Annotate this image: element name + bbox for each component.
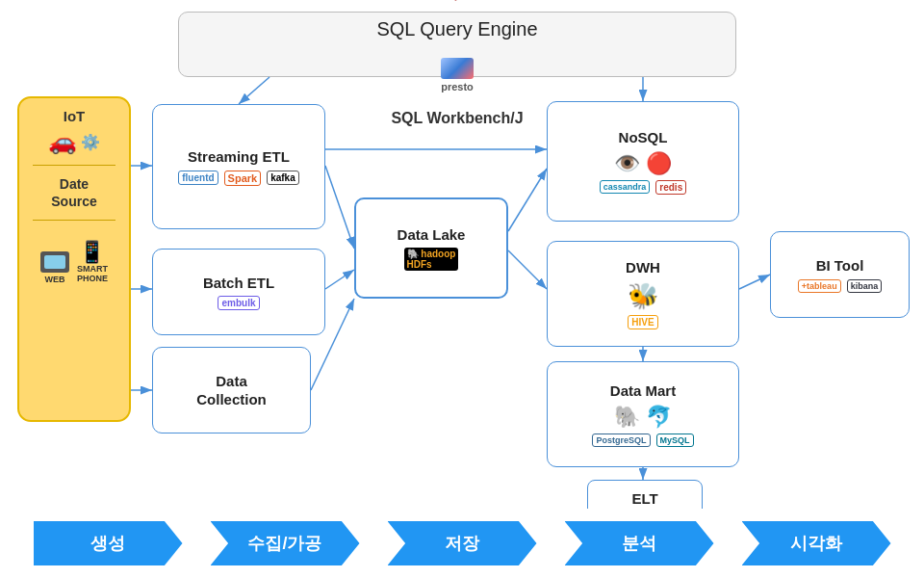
divider <box>33 165 116 166</box>
presto-logo-icon <box>441 58 474 79</box>
tableau-logo: +tableau <box>798 279 841 293</box>
arrow-shape-2: 수집/가공 <box>211 521 360 565</box>
data-lake-logos: 🐘 hadoopHDFs <box>404 248 459 271</box>
mysql-logo: MySQL <box>656 434 694 447</box>
nosql-label: NoSQL <box>619 128 668 147</box>
web-block: WEB <box>40 251 69 284</box>
arrow-shape-3: 저장 <box>388 521 537 565</box>
streaming-to-lake-arrow <box>325 166 354 249</box>
streaming-etl-box: Streaming ETL fluentd Spark kafka <box>152 104 325 229</box>
kibana-logo: kibana <box>847 279 883 293</box>
postgres-icon: 🐘 <box>614 405 640 430</box>
nosql-logos: 👁️ 🔴 <box>614 151 672 176</box>
datamart-logos: 🐘 🐬 <box>614 405 672 430</box>
dwh-box: DWH 🐝 HIVE <box>547 241 739 347</box>
streaming-etl-label: Streaming ETL <box>188 147 290 167</box>
cassandra-logo: cassandra <box>600 180 651 194</box>
arrow-shape-5: 시각화 <box>742 521 891 565</box>
redis-icon: 🔴 <box>646 151 672 176</box>
iot-icons: 🚗 ⚙️ <box>48 128 100 155</box>
workbench-label: SQL Workbench/J <box>391 110 523 127</box>
hadoop-logo: 🐘 hadoopHDFs <box>404 248 459 271</box>
diagram-area: 🚀 SQL Query Engine presto SQL Workbench/… <box>0 0 924 501</box>
dwh-logos: 🐝 <box>628 281 658 311</box>
banner-label-3: 저장 <box>445 532 479 555</box>
nosql-text-logos: cassandra redis <box>600 180 686 195</box>
fluentd-logo: fluentd <box>178 171 218 185</box>
web-phone-section: WEB 📱 SMARTPHONE <box>40 240 108 284</box>
datamart-box: Data Mart 🐘 🐬 PostgreSQL MySQL <box>547 361 739 467</box>
mysql-icon: 🐬 <box>646 405 672 430</box>
embulk-logo: embulk <box>218 296 259 310</box>
sql-engine-label: SQL Query Engine <box>376 18 537 40</box>
hive-logo: HIVE <box>628 315 657 329</box>
bottom-arrow-5: 시각화 <box>742 519 891 567</box>
car-icon: 🚗 <box>48 128 77 155</box>
bi-tool-label: BI Tool <box>816 256 864 276</box>
datamart-label: Data Mart <box>610 381 676 401</box>
bi-tool-logos: +tableau kibana <box>798 279 882 293</box>
monitor-screen <box>44 255 65 269</box>
smartphone-label: SMARTPHONE <box>77 265 108 284</box>
storage-to-bi-arrow <box>739 275 770 289</box>
sql-query-engine-box: 🚀 SQL Query Engine presto SQL Workbench/… <box>178 12 736 77</box>
presto-badge: presto <box>441 58 474 92</box>
smartphone-icon: 📱 <box>79 240 105 265</box>
batch-etl-logos: embulk <box>218 296 259 310</box>
lake-to-nosql-arrow <box>508 169 547 231</box>
kafka-logo: kafka <box>267 171 299 185</box>
date-source-label: DateSource <box>51 175 96 210</box>
bi-tool-box: BI Tool +tableau kibana <box>770 231 910 318</box>
banner-label-1: 생성 <box>90 532 125 555</box>
phone-block: 📱 SMARTPHONE <box>77 240 108 284</box>
banner-label-5: 시각화 <box>790 532 842 555</box>
batch-to-lake-arrow <box>325 270 354 289</box>
data-collection-label: DataCollection <box>196 372 267 409</box>
spark-logo: Spark <box>224 171 262 186</box>
divider2 <box>33 220 116 221</box>
eye-icon: 👁️ <box>614 151 640 176</box>
sql-to-streaming-arrow <box>239 77 270 104</box>
redis-logo: redis <box>655 180 686 195</box>
bottom-banner: 생성 수집/가공 저장 분석 시각화 <box>0 509 924 578</box>
data-lake-label: Data Lake <box>398 225 466 245</box>
banner-label-2: 수집/가공 <box>247 532 321 555</box>
batch-etl-label: Batch ETL <box>203 274 274 293</box>
postgres-logo: PostgreSQL <box>592 434 650 447</box>
bottom-arrow-2: 수집/가공 <box>211 519 360 567</box>
nosql-box: NoSQL 👁️ 🔴 cassandra redis <box>547 101 739 222</box>
hive-icon: 🐝 <box>628 281 658 311</box>
bottom-arrow-1: 생성 <box>34 519 183 567</box>
dwh-label: DWH <box>626 258 660 277</box>
batch-etl-box: Batch ETL embulk <box>152 249 325 335</box>
rocket-icon: 🚀 <box>437 0 477 1</box>
web-label: WEB <box>44 275 64 284</box>
lake-to-dwh-arrow <box>508 250 547 289</box>
web-monitor-icon <box>40 251 69 273</box>
presto-text: presto <box>441 81 474 92</box>
datasource-box: IoT 🚗 ⚙️ DateSource WEB 📱 SMARTPHONE <box>17 96 131 422</box>
data-collection-box: DataCollection <box>152 347 311 434</box>
datamart-text-logos: PostgreSQL MySQL <box>592 434 693 447</box>
bottom-arrow-4: 분석 <box>565 519 714 567</box>
iot-label: IoT <box>64 108 86 124</box>
gear-icon: ⚙️ <box>81 133 100 151</box>
bottom-arrow-3: 저장 <box>388 519 537 567</box>
banner-label-4: 분석 <box>622 532 656 555</box>
arrow-shape-1: 생성 <box>34 521 183 565</box>
data-lake-box: Data Lake 🐘 hadoopHDFs <box>354 197 508 299</box>
dwh-text-logos: HIVE <box>628 315 657 329</box>
streaming-etl-logos: fluentd Spark kafka <box>178 171 298 186</box>
elt-label: ELT <box>631 490 657 507</box>
arrow-shape-4: 분석 <box>565 521 714 565</box>
